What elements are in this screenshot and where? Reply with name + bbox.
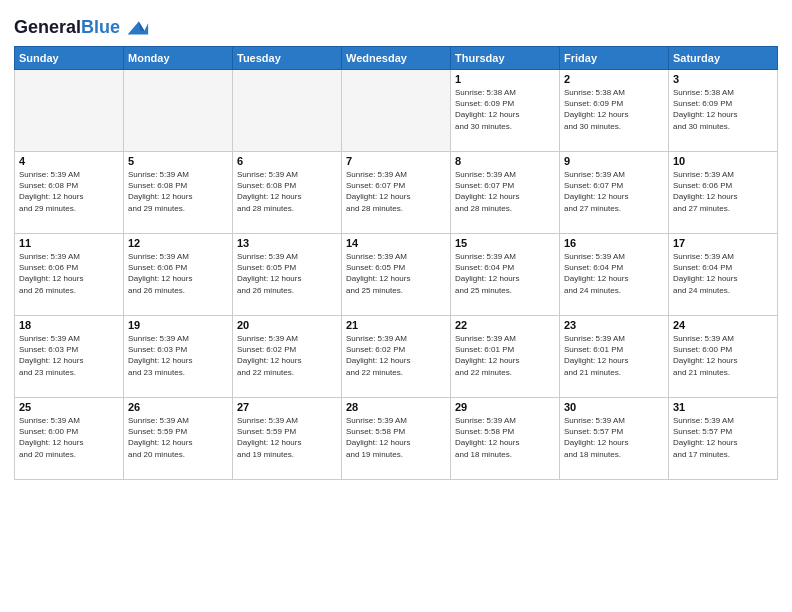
day-info: Sunrise: 5:39 AMSunset: 6:07 PMDaylight:… (346, 169, 446, 214)
day-info: Sunrise: 5:39 AMSunset: 6:08 PMDaylight:… (128, 169, 228, 214)
calendar-cell: 25Sunrise: 5:39 AMSunset: 6:00 PMDayligh… (15, 398, 124, 480)
calendar-cell (15, 70, 124, 152)
calendar-cell: 6Sunrise: 5:39 AMSunset: 6:08 PMDaylight… (233, 152, 342, 234)
day-info: Sunrise: 5:39 AMSunset: 5:58 PMDaylight:… (346, 415, 446, 460)
day-number: 6 (237, 155, 337, 167)
day-info: Sunrise: 5:39 AMSunset: 6:07 PMDaylight:… (564, 169, 664, 214)
day-number: 5 (128, 155, 228, 167)
day-number: 21 (346, 319, 446, 331)
day-number: 28 (346, 401, 446, 413)
day-info: Sunrise: 5:39 AMSunset: 6:02 PMDaylight:… (346, 333, 446, 378)
calendar-cell: 12Sunrise: 5:39 AMSunset: 6:06 PMDayligh… (124, 234, 233, 316)
calendar-cell: 27Sunrise: 5:39 AMSunset: 5:59 PMDayligh… (233, 398, 342, 480)
day-info: Sunrise: 5:39 AMSunset: 6:04 PMDaylight:… (673, 251, 773, 296)
day-number: 15 (455, 237, 555, 249)
day-number: 16 (564, 237, 664, 249)
calendar-cell: 21Sunrise: 5:39 AMSunset: 6:02 PMDayligh… (342, 316, 451, 398)
day-info: Sunrise: 5:39 AMSunset: 6:04 PMDaylight:… (455, 251, 555, 296)
calendar-cell: 10Sunrise: 5:39 AMSunset: 6:06 PMDayligh… (669, 152, 778, 234)
day-number: 14 (346, 237, 446, 249)
col-header-saturday: Saturday (669, 47, 778, 70)
calendar-cell: 18Sunrise: 5:39 AMSunset: 6:03 PMDayligh… (15, 316, 124, 398)
day-info: Sunrise: 5:39 AMSunset: 6:05 PMDaylight:… (346, 251, 446, 296)
col-header-friday: Friday (560, 47, 669, 70)
day-number: 27 (237, 401, 337, 413)
day-number: 4 (19, 155, 119, 167)
day-number: 7 (346, 155, 446, 167)
calendar-cell: 13Sunrise: 5:39 AMSunset: 6:05 PMDayligh… (233, 234, 342, 316)
day-number: 17 (673, 237, 773, 249)
calendar-cell: 30Sunrise: 5:39 AMSunset: 5:57 PMDayligh… (560, 398, 669, 480)
day-info: Sunrise: 5:39 AMSunset: 6:00 PMDaylight:… (19, 415, 119, 460)
day-info: Sunrise: 5:39 AMSunset: 5:59 PMDaylight:… (128, 415, 228, 460)
calendar-cell: 31Sunrise: 5:39 AMSunset: 5:57 PMDayligh… (669, 398, 778, 480)
calendar-cell: 2Sunrise: 5:38 AMSunset: 6:09 PMDaylight… (560, 70, 669, 152)
calendar-cell: 9Sunrise: 5:39 AMSunset: 6:07 PMDaylight… (560, 152, 669, 234)
day-info: Sunrise: 5:39 AMSunset: 5:57 PMDaylight:… (564, 415, 664, 460)
calendar-cell: 19Sunrise: 5:39 AMSunset: 6:03 PMDayligh… (124, 316, 233, 398)
day-info: Sunrise: 5:39 AMSunset: 5:58 PMDaylight:… (455, 415, 555, 460)
day-number: 1 (455, 73, 555, 85)
calendar-cell: 23Sunrise: 5:39 AMSunset: 6:01 PMDayligh… (560, 316, 669, 398)
day-info: Sunrise: 5:38 AMSunset: 6:09 PMDaylight:… (673, 87, 773, 132)
calendar-cell (233, 70, 342, 152)
calendar-cell: 7Sunrise: 5:39 AMSunset: 6:07 PMDaylight… (342, 152, 451, 234)
day-number: 2 (564, 73, 664, 85)
calendar-cell: 1Sunrise: 5:38 AMSunset: 6:09 PMDaylight… (451, 70, 560, 152)
day-info: Sunrise: 5:39 AMSunset: 6:04 PMDaylight:… (564, 251, 664, 296)
day-info: Sunrise: 5:39 AMSunset: 6:03 PMDaylight:… (128, 333, 228, 378)
day-info: Sunrise: 5:38 AMSunset: 6:09 PMDaylight:… (564, 87, 664, 132)
day-number: 31 (673, 401, 773, 413)
calendar-cell: 26Sunrise: 5:39 AMSunset: 5:59 PMDayligh… (124, 398, 233, 480)
day-number: 24 (673, 319, 773, 331)
calendar-cell: 17Sunrise: 5:39 AMSunset: 6:04 PMDayligh… (669, 234, 778, 316)
day-info: Sunrise: 5:39 AMSunset: 6:06 PMDaylight:… (673, 169, 773, 214)
day-info: Sunrise: 5:39 AMSunset: 6:01 PMDaylight:… (564, 333, 664, 378)
day-info: Sunrise: 5:39 AMSunset: 6:01 PMDaylight:… (455, 333, 555, 378)
day-info: Sunrise: 5:39 AMSunset: 5:59 PMDaylight:… (237, 415, 337, 460)
calendar-cell (342, 70, 451, 152)
day-info: Sunrise: 5:38 AMSunset: 6:09 PMDaylight:… (455, 87, 555, 132)
day-info: Sunrise: 5:39 AMSunset: 6:08 PMDaylight:… (237, 169, 337, 214)
day-info: Sunrise: 5:39 AMSunset: 6:06 PMDaylight:… (19, 251, 119, 296)
day-number: 12 (128, 237, 228, 249)
week-row-5: 25Sunrise: 5:39 AMSunset: 6:00 PMDayligh… (15, 398, 778, 480)
calendar-cell: 15Sunrise: 5:39 AMSunset: 6:04 PMDayligh… (451, 234, 560, 316)
day-number: 19 (128, 319, 228, 331)
day-number: 9 (564, 155, 664, 167)
calendar-cell: 24Sunrise: 5:39 AMSunset: 6:00 PMDayligh… (669, 316, 778, 398)
logo: GeneralBlue (14, 14, 150, 42)
logo-icon (122, 14, 150, 42)
day-number: 25 (19, 401, 119, 413)
day-number: 30 (564, 401, 664, 413)
day-number: 8 (455, 155, 555, 167)
calendar-cell (124, 70, 233, 152)
day-info: Sunrise: 5:39 AMSunset: 6:08 PMDaylight:… (19, 169, 119, 214)
calendar-cell: 28Sunrise: 5:39 AMSunset: 5:58 PMDayligh… (342, 398, 451, 480)
calendar-cell: 16Sunrise: 5:39 AMSunset: 6:04 PMDayligh… (560, 234, 669, 316)
svg-marker-0 (128, 21, 149, 34)
logo-text: GeneralBlue (14, 18, 120, 38)
calendar-cell: 22Sunrise: 5:39 AMSunset: 6:01 PMDayligh… (451, 316, 560, 398)
day-info: Sunrise: 5:39 AMSunset: 5:57 PMDaylight:… (673, 415, 773, 460)
calendar-cell: 8Sunrise: 5:39 AMSunset: 6:07 PMDaylight… (451, 152, 560, 234)
day-number: 23 (564, 319, 664, 331)
day-number: 29 (455, 401, 555, 413)
calendar-cell: 4Sunrise: 5:39 AMSunset: 6:08 PMDaylight… (15, 152, 124, 234)
calendar-cell: 3Sunrise: 5:38 AMSunset: 6:09 PMDaylight… (669, 70, 778, 152)
day-number: 26 (128, 401, 228, 413)
calendar-table: SundayMondayTuesdayWednesdayThursdayFrid… (14, 46, 778, 480)
day-number: 22 (455, 319, 555, 331)
page-container: GeneralBlue SundayMondayTuesdayWednesday… (0, 0, 792, 488)
day-number: 13 (237, 237, 337, 249)
col-header-wednesday: Wednesday (342, 47, 451, 70)
calendar-cell: 5Sunrise: 5:39 AMSunset: 6:08 PMDaylight… (124, 152, 233, 234)
col-header-monday: Monday (124, 47, 233, 70)
day-number: 11 (19, 237, 119, 249)
week-row-1: 1Sunrise: 5:38 AMSunset: 6:09 PMDaylight… (15, 70, 778, 152)
day-number: 10 (673, 155, 773, 167)
day-info: Sunrise: 5:39 AMSunset: 6:07 PMDaylight:… (455, 169, 555, 214)
col-header-tuesday: Tuesday (233, 47, 342, 70)
week-row-3: 11Sunrise: 5:39 AMSunset: 6:06 PMDayligh… (15, 234, 778, 316)
day-info: Sunrise: 5:39 AMSunset: 6:03 PMDaylight:… (19, 333, 119, 378)
